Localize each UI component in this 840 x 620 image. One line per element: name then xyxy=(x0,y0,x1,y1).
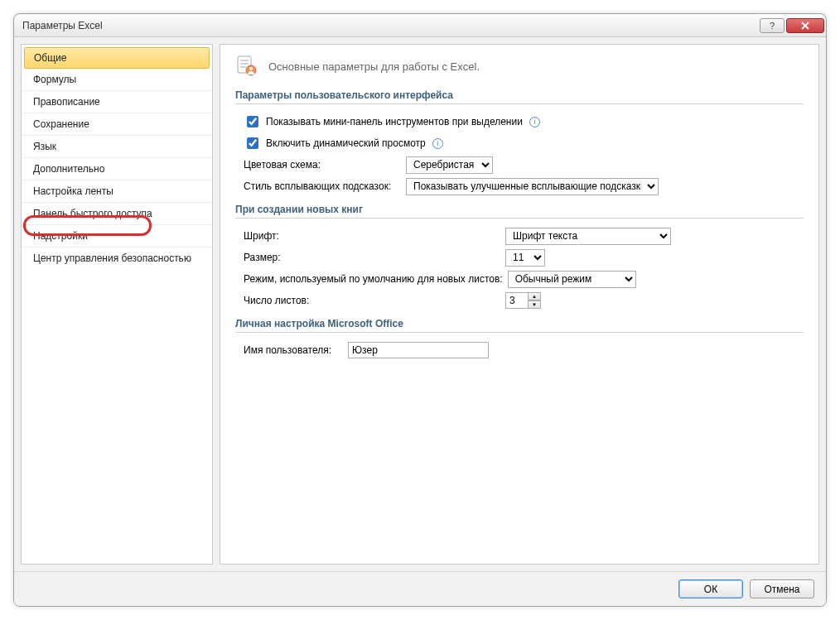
label-username: Имя пользователя: xyxy=(244,344,343,356)
label-show-mini-toolbar: Показывать мини-панель инструментов при … xyxy=(266,116,523,127)
sidebar-item-trust-center[interactable]: Центр управления безопасностью xyxy=(22,248,212,269)
category-sidebar: Общие Формулы Правописание Сохранение Яз… xyxy=(21,44,213,565)
options-icon xyxy=(235,55,258,78)
spin-down[interactable]: ▼ xyxy=(528,300,541,309)
select-font[interactable]: Шрифт текста xyxy=(505,228,671,245)
main-panel: Основные параметры для работы с Excel. П… xyxy=(220,44,819,565)
select-tooltip-style[interactable]: Показывать улучшенные всплывающие подска… xyxy=(406,178,659,195)
section-ui-title: Параметры пользовательского интерфейса xyxy=(235,89,804,104)
label-size: Размер: xyxy=(244,252,500,263)
info-icon[interactable]: i xyxy=(432,138,443,149)
checkbox-show-mini-toolbar[interactable] xyxy=(247,116,258,127)
sidebar-item-addins[interactable]: Надстройки xyxy=(22,225,212,248)
window-title: Параметры Excel xyxy=(22,20,758,31)
spinner-sheet-count: ▲ ▼ xyxy=(505,292,541,309)
label-color-scheme: Цветовая схема: xyxy=(244,159,401,171)
label-default-view: Режим, используемый по умолчанию для нов… xyxy=(244,273,503,285)
help-button[interactable]: ? xyxy=(760,18,784,33)
input-sheet-count[interactable] xyxy=(505,292,529,309)
cancel-button[interactable]: Отмена xyxy=(750,579,814,598)
page-heading: Основные параметры для работы с Excel. xyxy=(235,55,804,78)
section-newbook-title: При создании новых книг xyxy=(235,204,804,219)
select-size[interactable]: 11 xyxy=(505,249,545,267)
sidebar-item-language[interactable]: Язык xyxy=(22,136,212,158)
spin-up[interactable]: ▲ xyxy=(528,292,541,300)
titlebar: Параметры Excel ? xyxy=(14,14,826,37)
dialog-footer: ОК Отмена xyxy=(14,571,826,606)
input-username[interactable] xyxy=(348,342,489,358)
sidebar-item-save[interactable]: Сохранение xyxy=(22,113,212,136)
label-font: Шрифт: xyxy=(244,230,500,242)
svg-point-2 xyxy=(249,67,253,70)
label-live-preview: Включить динамический просмотр xyxy=(266,137,426,149)
sidebar-item-formulas[interactable]: Формулы xyxy=(22,69,212,91)
label-tooltip-style: Стиль всплывающих подсказок: xyxy=(244,180,401,192)
sidebar-item-advanced[interactable]: Дополнительно xyxy=(22,158,212,180)
select-color-scheme[interactable]: Серебристая xyxy=(406,156,493,174)
checkbox-live-preview[interactable] xyxy=(247,137,258,149)
sidebar-item-quick-access[interactable]: Панель быстрого доступа xyxy=(22,203,212,225)
close-button[interactable] xyxy=(786,18,824,33)
select-default-view[interactable]: Обычный режим xyxy=(508,271,636,288)
label-sheet-count: Число листов: xyxy=(244,295,500,306)
sidebar-item-customize-ribbon[interactable]: Настройка ленты xyxy=(22,180,212,203)
page-heading-text: Основные параметры для работы с Excel. xyxy=(268,60,480,73)
info-icon[interactable]: i xyxy=(529,117,540,127)
sidebar-item-proofing[interactable]: Правописание xyxy=(22,91,212,113)
options-dialog: Параметры Excel ? Общие Формулы Правопис… xyxy=(13,13,827,607)
section-personal-title: Личная настройка Microsoft Office xyxy=(235,318,804,333)
ok-button[interactable]: ОК xyxy=(678,579,743,598)
sidebar-item-general[interactable]: Общие xyxy=(24,47,210,69)
